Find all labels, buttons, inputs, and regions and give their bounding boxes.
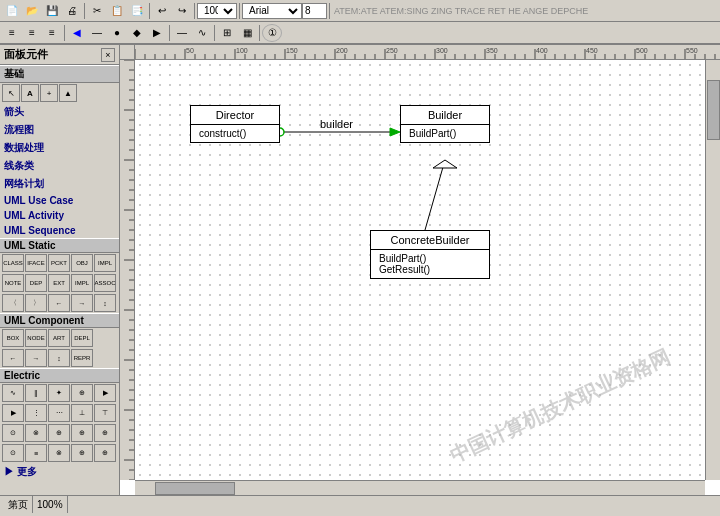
elec-d1[interactable]: ⊙ xyxy=(2,444,24,462)
svg-text:550: 550 xyxy=(686,47,698,54)
circle-num-btn[interactable]: ① xyxy=(262,24,282,42)
curve-btn[interactable]: ∿ xyxy=(192,24,212,42)
section-uml-sequence[interactable]: UML Sequence xyxy=(0,223,119,238)
font-size-input[interactable] xyxy=(302,3,327,19)
section-arrow[interactable]: 箭头 xyxy=(0,103,119,121)
elec-arrow[interactable]: ▶ xyxy=(2,404,24,422)
section-uml-usecase[interactable]: UML Use Case xyxy=(0,193,119,208)
uml-note-tool[interactable]: NOTE xyxy=(2,274,24,292)
uml-class-builder[interactable]: Builder BuildPart() xyxy=(400,105,490,143)
align-center-btn[interactable]: ≡ xyxy=(22,24,42,42)
elec-c1[interactable]: ⊙ xyxy=(2,424,24,442)
uml-comp-box[interactable]: BOX xyxy=(2,329,24,347)
elec-cross[interactable]: ⊕ xyxy=(71,384,93,402)
uml-impl-tool[interactable]: IMPL xyxy=(71,274,93,292)
elec-wave[interactable]: ∿ xyxy=(2,384,24,402)
elec-star[interactable]: ✦ xyxy=(48,384,70,402)
line-btn[interactable]: — xyxy=(87,24,107,42)
zoom-select[interactable]: 100% xyxy=(197,3,237,19)
v-scroll-thumb[interactable] xyxy=(707,80,720,140)
uml-agg-tool[interactable]: 〈 xyxy=(2,294,24,312)
redo-btn[interactable]: ↪ xyxy=(172,2,192,20)
elec-c5[interactable]: ⊕ xyxy=(94,424,116,442)
sep6 xyxy=(64,25,65,41)
open-btn[interactable]: 📂 xyxy=(22,2,42,20)
status-zoom-text: 100% xyxy=(37,499,63,510)
main-area: 面板元件 × 基础 ↖ A + ▲ 箭头 流程图 数据处理 线条类 网络计划 U… xyxy=(0,45,720,495)
diagram-canvas[interactable]: builder Director construct() Builder Bui… xyxy=(135,60,720,480)
uml-comp-tool[interactable]: IMPL xyxy=(94,254,116,272)
director-name: Director xyxy=(191,106,279,125)
vertical-scrollbar[interactable] xyxy=(705,60,720,480)
section-line[interactable]: 线条类 xyxy=(0,157,119,175)
uml-dep-tool[interactable]: DEP xyxy=(25,274,47,292)
grid-btn[interactable]: ⊞ xyxy=(217,24,237,42)
section-more[interactable]: ▶ 更多 xyxy=(0,463,119,481)
uml-class-director[interactable]: Director construct() xyxy=(190,105,280,143)
elec-c4[interactable]: ⊕ xyxy=(71,424,93,442)
uml-pack-tool[interactable]: PCKT xyxy=(48,254,70,272)
uml-comp-dep[interactable]: DEPL xyxy=(71,329,93,347)
h-scroll-thumb[interactable] xyxy=(155,482,235,495)
undo-btn[interactable]: ↩ xyxy=(152,2,172,20)
uml-comp-repr[interactable]: REPR xyxy=(71,349,93,367)
uml-nav-tool[interactable]: ← xyxy=(48,294,70,312)
left-panel: 面板元件 × 基础 ↖ A + ▲ 箭头 流程图 数据处理 线条类 网络计划 U… xyxy=(0,45,120,495)
uml-comp-art[interactable]: ART xyxy=(48,329,70,347)
elec-tri[interactable]: ▶ xyxy=(94,384,116,402)
elec-c2[interactable]: ⊗ xyxy=(25,424,47,442)
uml-comp-arrow1[interactable]: ← xyxy=(2,349,24,367)
uml-comp-arrow2[interactable]: → xyxy=(25,349,47,367)
uml-link-tool[interactable]: ↕ xyxy=(94,294,116,312)
new-btn[interactable]: 📄 xyxy=(2,2,22,20)
dot-btn[interactable]: ● xyxy=(107,24,127,42)
uml-obj-tool[interactable]: OBJ xyxy=(71,254,93,272)
uml-class-concretebuilder[interactable]: ConcreteBuilder BuildPart() GetResult() xyxy=(370,230,490,279)
elec-hdots[interactable]: ⋯ xyxy=(48,404,70,422)
director-method-0: construct() xyxy=(199,128,271,139)
svg-text:50: 50 xyxy=(186,47,194,54)
diamond-btn[interactable]: ◆ xyxy=(127,24,147,42)
plus-tool[interactable]: + xyxy=(40,84,58,102)
elec-bot[interactable]: ⊥ xyxy=(71,404,93,422)
text-tool[interactable]: A xyxy=(21,84,39,102)
font-select[interactable]: Arial xyxy=(242,3,302,19)
elec-top[interactable]: ⊤ xyxy=(94,404,116,422)
elec-d3[interactable]: ⊗ xyxy=(48,444,70,462)
cut-btn[interactable]: ✂ xyxy=(87,2,107,20)
panel-close-btn[interactable]: × xyxy=(101,48,115,62)
save-btn[interactable]: 💾 xyxy=(42,2,62,20)
uml-iface-tool[interactable]: IFACE xyxy=(25,254,47,272)
straight-btn[interactable]: — xyxy=(172,24,192,42)
elec-d2[interactable]: ≡ xyxy=(25,444,47,462)
arrow-left-btn[interactable]: ◀ xyxy=(67,24,87,42)
svg-text:300: 300 xyxy=(436,47,448,54)
section-uml-activity[interactable]: UML Activity xyxy=(0,208,119,223)
paste-btn[interactable]: 📑 xyxy=(127,2,147,20)
section-flow[interactable]: 流程图 xyxy=(0,121,119,139)
uml-comp-arrow3[interactable]: ↕ xyxy=(48,349,70,367)
elec-d5[interactable]: ⊕ xyxy=(94,444,116,462)
table-btn[interactable]: ▦ xyxy=(237,24,257,42)
arrow-right-btn[interactable]: ▶ xyxy=(147,24,167,42)
uml-class-tool[interactable]: CLASS xyxy=(2,254,24,272)
copy-btn[interactable]: 📋 xyxy=(107,2,127,20)
elec-cap[interactable]: ‖ xyxy=(25,384,47,402)
section-network[interactable]: 网络计划 xyxy=(0,175,119,193)
align-left-btn[interactable]: ≡ xyxy=(2,24,22,42)
uml-comp-node[interactable]: NODE xyxy=(25,329,47,347)
status-zoom: 100% xyxy=(33,496,68,513)
align-right-btn[interactable]: ≡ xyxy=(42,24,62,42)
elec-c3[interactable]: ⊕ xyxy=(48,424,70,442)
uml-compos-tool[interactable]: 〉 xyxy=(25,294,47,312)
select-tool[interactable]: ↖ xyxy=(2,84,20,102)
uml-ext-tool[interactable]: EXT xyxy=(48,274,70,292)
elec-dots[interactable]: ⋮ xyxy=(25,404,47,422)
elec-d4[interactable]: ⊕ xyxy=(71,444,93,462)
uml-depend-tool[interactable]: → xyxy=(71,294,93,312)
horizontal-scrollbar[interactable] xyxy=(135,480,705,495)
uml-assoc-tool[interactable]: ASSOC xyxy=(94,274,116,292)
section-data[interactable]: 数据处理 xyxy=(0,139,119,157)
triangle-tool[interactable]: ▲ xyxy=(59,84,77,102)
print-btn[interactable]: 🖨 xyxy=(62,2,82,20)
